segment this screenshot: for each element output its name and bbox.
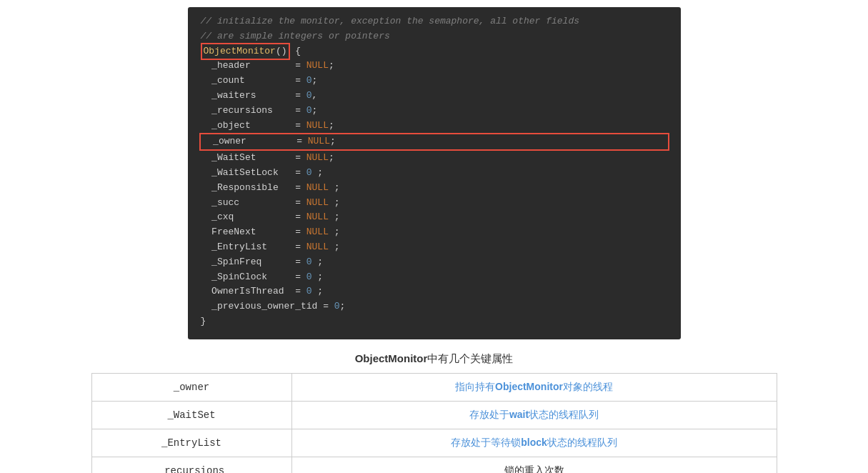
- field-owner-highlight: _owner = NULL;: [199, 133, 669, 151]
- table-title-bold: ObjectMonitor: [355, 352, 428, 364]
- table-title-rest: 中有几个关键属性: [427, 352, 513, 364]
- page-container: // initialize the monitor, exception the…: [0, 0, 868, 473]
- data-table: _owner 指向持有ObjectMonitor对象的线程 _WaitSet 存…: [91, 373, 777, 473]
- closing-brace: }: [201, 314, 668, 329]
- constructor-highlight: ObjectMonitor(): [201, 43, 290, 61]
- comment-line-2: // are simple integers or pointers: [201, 29, 668, 44]
- desc-cell-waitset: 存放处于wait状态的线程队列: [291, 401, 777, 429]
- table-row: _WaitSet 存放处于wait状态的线程队列: [91, 401, 777, 429]
- field-header: _header = NULL;: [201, 59, 668, 74]
- field-owneristhread: OwnerIsThread = 0 ;: [201, 284, 668, 299]
- field-count: _count = 0;: [201, 74, 668, 89]
- field-cell-owner: _owner: [91, 373, 291, 401]
- field-entrylist: _EntryList = NULL ;: [201, 240, 668, 255]
- comment-line-1: // initialize the monitor, exception the…: [201, 14, 668, 29]
- code-block: // initialize the monitor, exception the…: [188, 7, 681, 339]
- field-waitsetlock: _WaitSetLock = 0 ;: [201, 166, 668, 181]
- field-responsible: _Responsible = NULL ;: [201, 181, 668, 196]
- table-title: ObjectMonitor中有几个关键属性: [355, 352, 514, 366]
- desc-cell-recursions: 锁的重入次数: [291, 457, 777, 473]
- field-spinclock: _SpinClock = 0 ;: [201, 270, 668, 285]
- field-waiters: _waiters = 0,: [201, 89, 668, 104]
- field-cell-recursions: _recursions: [91, 457, 291, 473]
- field-recursions: _recursions = 0;: [201, 104, 668, 119]
- code-section: // initialize the monitor, exception the…: [0, 0, 868, 347]
- table-row: _owner 指向持有ObjectMonitor对象的线程: [91, 373, 777, 401]
- desc-cell-owner: 指向持有ObjectMonitor对象的线程: [291, 373, 777, 401]
- field-succ: _succ = NULL ;: [201, 196, 668, 211]
- field-cxq: _cxq = NULL ;: [201, 210, 668, 225]
- field-cell-waitset: _WaitSet: [91, 401, 291, 429]
- table-row: _EntryList 存放处于等待锁block状态的线程队列: [91, 429, 777, 457]
- field-object: _object = NULL;: [201, 119, 668, 134]
- table-section: ObjectMonitor中有几个关键属性 _owner 指向持有ObjectM…: [0, 352, 868, 473]
- field-waitset: _WaitSet = NULL;: [201, 151, 668, 166]
- field-prevownertid: _previous_owner_tid = 0;: [201, 299, 668, 314]
- constructor-line: ObjectMonitor() {: [201, 44, 668, 59]
- field-cell-entrylist: _EntryList: [91, 429, 291, 457]
- desc-cell-entrylist: 存放处于等待锁block状态的线程队列: [291, 429, 777, 457]
- field-freenext: FreeNext = NULL ;: [201, 225, 668, 240]
- table-row: _recursions 锁的重入次数: [91, 457, 777, 473]
- field-spinfreq: _SpinFreq = 0 ;: [201, 255, 668, 270]
